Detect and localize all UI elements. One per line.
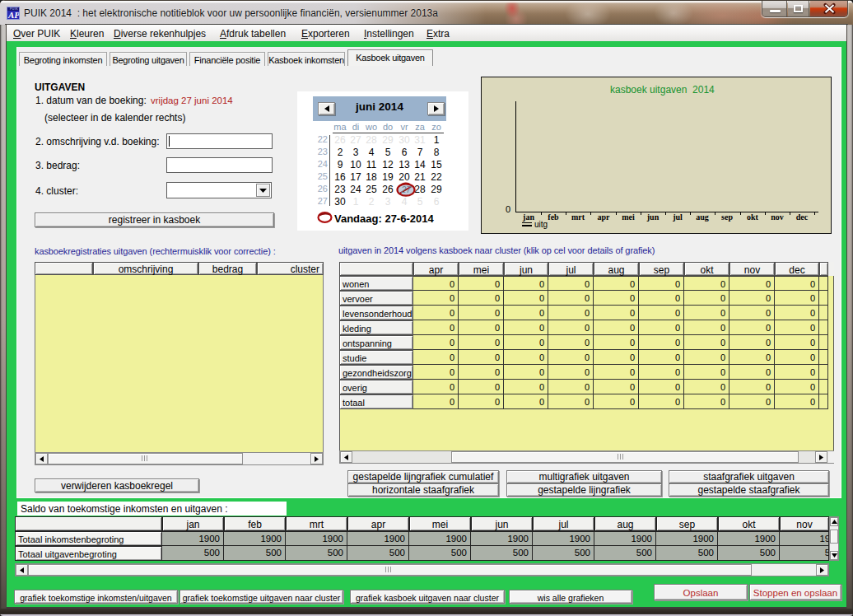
svg-text:27: 27 — [401, 184, 413, 194]
